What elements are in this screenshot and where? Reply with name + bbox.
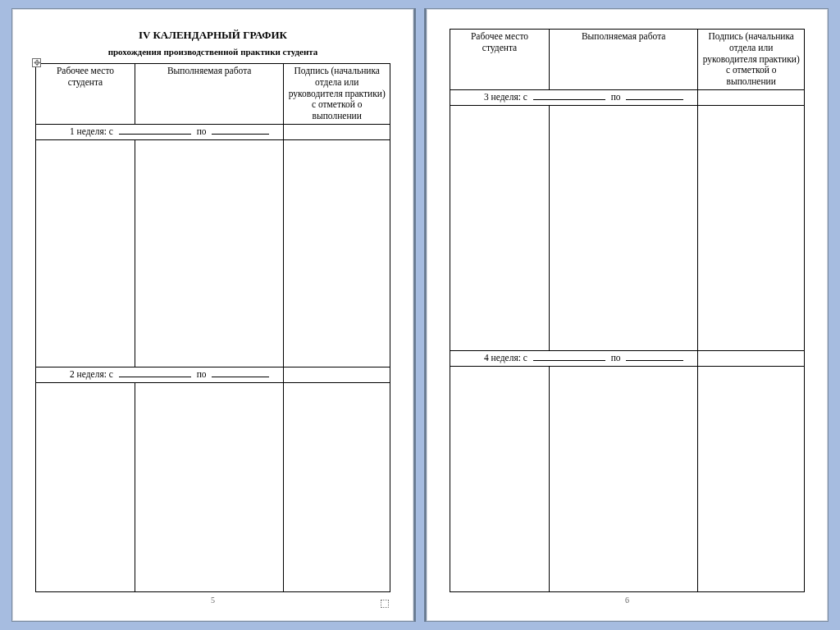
col-signature: Подпись (начальника отдела или руководит… — [284, 64, 390, 125]
calendar-table-left: Рабочее место студента Выполняемая работ… — [35, 63, 390, 592]
week4-row: 4 неделя: с по — [450, 351, 805, 367]
week4-col-b — [549, 367, 697, 592]
week1-sig-cell — [284, 124, 390, 139]
page-gutter — [415, 8, 425, 622]
page-right-inner: Рабочее место студента Выполняемая работ… — [427, 9, 828, 621]
page-right: Рабочее место студента Выполняемая работ… — [426, 8, 829, 622]
week3-sig-cell — [698, 89, 805, 105]
week3-to-blank — [626, 92, 683, 100]
col-workplace: Рабочее место студента — [36, 64, 135, 125]
header-row-r: Рабочее место студента Выполняемая работ… — [450, 30, 805, 90]
week4-to: по — [611, 353, 621, 363]
header-row: Рабочее место студента Выполняемая работ… — [36, 64, 390, 125]
week2-range: 2 неделя: с по — [36, 368, 284, 383]
week1-to-blank — [212, 126, 269, 135]
week2-body — [36, 383, 390, 592]
col-workplace-r: Рабочее место студента — [450, 30, 550, 90]
week4-col-a — [450, 367, 550, 592]
week1-col-b — [135, 139, 283, 367]
doc-subtitle: прохождения производственной практики ст… — [35, 47, 390, 57]
week3-from-blank — [533, 92, 605, 100]
week2-row: 2 неделя: с по — [36, 368, 390, 383]
doc-title: IV КАЛЕНДАРНЫЙ ГРАФИК — [35, 29, 390, 42]
week4-to-blank — [626, 353, 683, 361]
week2-col-c — [284, 383, 390, 592]
week2-label: 2 неделя: с — [47, 369, 113, 381]
week4-sig-cell — [698, 351, 805, 367]
page-left-inner: IV КАЛЕНДАРНЫЙ ГРАФИК прохождения произв… — [12, 9, 413, 621]
week1-from-blank — [119, 126, 191, 135]
col-work: Выполняемая работа — [135, 64, 283, 125]
week3-col-a — [450, 105, 550, 350]
page-number-right: 6 — [450, 592, 805, 606]
document-spread: IV КАЛЕНДАРНЫЙ ГРАФИК прохождения произв… — [11, 8, 829, 622]
col-signature-r: Подпись (начальника отдела или руководит… — [698, 30, 805, 90]
calendar-table-right: Рабочее место студента Выполняемая работ… — [450, 29, 805, 592]
week4-from-blank — [533, 353, 605, 361]
week4-label: 4 неделя: с — [461, 353, 527, 364]
week1-col-c — [284, 139, 390, 367]
week2-to: по — [197, 369, 207, 379]
week2-from-blank — [119, 369, 191, 377]
week3-label: 3 неделя: с — [461, 92, 527, 103]
week1-col-a — [36, 139, 135, 367]
page-left: IV КАЛЕНДАРНЫЙ ГРАФИК прохождения произв… — [11, 8, 414, 622]
week2-sig-cell — [284, 368, 390, 383]
week4-body — [450, 367, 805, 592]
page-break-icon — [381, 600, 389, 608]
table-anchor-icon[interactable]: ✥ — [32, 58, 41, 67]
week1-body — [36, 139, 390, 367]
col-work-r: Выполняемая работа — [549, 30, 697, 90]
week2-to-blank — [212, 369, 269, 377]
week3-to: по — [611, 92, 621, 102]
week3-col-c — [698, 105, 805, 350]
week1-label: 1 неделя: с — [47, 126, 113, 138]
week1-range: 1 неделя: с по — [36, 124, 284, 139]
week1-to: по — [197, 126, 207, 136]
week4-col-c — [698, 367, 805, 592]
week2-col-b — [135, 383, 283, 592]
week3-body — [450, 105, 805, 350]
week3-col-b — [549, 105, 697, 350]
week3-row: 3 неделя: с по — [450, 89, 805, 105]
week3-range: 3 неделя: с по — [450, 89, 698, 105]
page-number-left: 5 — [35, 592, 390, 606]
week1-row: 1 неделя: с по — [36, 124, 390, 139]
week4-range: 4 неделя: с по — [450, 351, 698, 367]
week2-col-a — [36, 383, 135, 592]
